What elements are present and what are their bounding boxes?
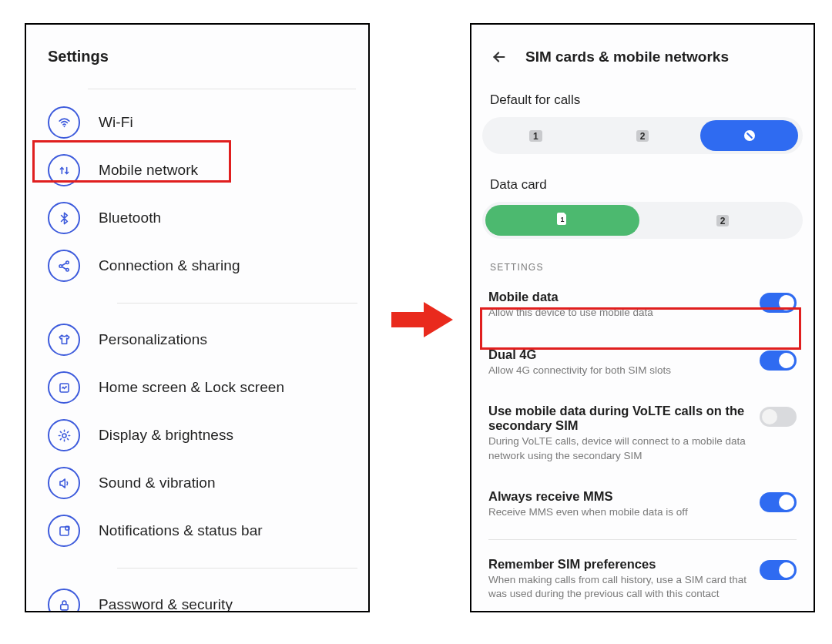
arrow-right-icon [391,302,453,337]
settings-item-wifi[interactable]: Wi-Fi [48,99,368,146]
sim-title: SIM cards & mobile networks [525,49,729,65]
divider [48,290,368,316]
default-for-calls-segment: 1 2 [482,117,803,154]
settings-item-sound[interactable]: Sound & vibration [48,459,368,507]
sim-networks-panel: SIM cards & mobile networks Default for … [470,23,815,612]
slot-number: 2 [636,130,649,142]
opt-title: Remember SIM preferences [488,557,750,572]
tshirt-icon [48,324,80,356]
opt-sub: During VoLTE calls, device will connect … [488,434,750,462]
calls-slot-none[interactable] [696,117,803,154]
toggle-always-mms[interactable] [760,492,797,512]
slot-number: 1 [529,130,542,142]
svg-point-2 [65,261,68,263]
settings-item-label: Personalizations [99,331,207,348]
data-slot-2[interactable]: 2 [642,202,803,239]
home-screen-icon [48,371,80,404]
mobile-data-icon [48,154,80,186]
calls-slot-1[interactable]: 1 [482,117,589,154]
opt-sub: When making calls from call history, use… [488,573,750,601]
back-button[interactable] [488,46,510,68]
svg-marker-9 [391,302,453,337]
svg-point-3 [65,268,68,270]
opt-sub: Receive MMS even when mobile data is off [488,505,750,519]
settings-options: Mobile data Allow this device to use mob… [471,280,814,611]
svg-rect-8 [60,604,68,609]
opt-title: Dual 4G [488,347,750,362]
opt-sub: Allow 4G connectivity for both SIM slots [488,364,750,377]
opt-title: Mobile data [488,290,750,304]
svg-rect-6 [59,526,68,535]
bluetooth-icon [48,202,80,234]
divider [488,539,797,540]
sim-header: SIM cards & mobile networks [471,34,814,89]
settings-item-password-security[interactable]: Password & security [48,581,368,612]
toggle-mobile-data[interactable] [760,293,797,313]
settings-list: Wi-Fi Mobile network Bluetooth Connectio… [26,99,368,612]
opt-remember-sim[interactable]: Remember SIM preferences When making cal… [484,548,801,610]
settings-item-bluetooth[interactable]: Bluetooth [48,194,368,242]
settings-caption: SETTINGS [471,239,814,280]
settings-panel: Settings Wi-Fi Mobile network Bluetooth [25,23,370,612]
opt-always-mms[interactable]: Always receive MMS Receive MMS even when… [484,480,801,528]
calls-slot-2[interactable]: 2 [589,117,696,154]
sim-icon: 1 [556,212,569,229]
settings-item-label: Wi-Fi [99,114,133,131]
opt-mobile-data[interactable]: Mobile data Allow this device to use mob… [484,280,801,329]
lock-icon [48,589,80,612]
default-for-calls-label: Default for calls [471,89,814,117]
settings-item-label: Sound & vibration [99,475,216,491]
opt-title: Use mobile data during VoLTE calls on th… [488,404,750,433]
settings-item-label: Notifications & status bar [99,522,263,539]
svg-rect-7 [65,526,69,530]
opt-sub: Allow this device to use mobile data [488,306,750,320]
settings-item-label: Password & security [99,596,233,612]
data-card-label: Data card [471,174,814,202]
opt-title: Always receive MMS [488,489,750,504]
settings-item-display[interactable]: Display & brightness [48,411,368,459]
settings-item-notifications[interactable]: Notifications & status bar [48,507,368,555]
opt-dual-4g[interactable]: Dual 4G Allow 4G connectivity for both S… [484,338,801,387]
settings-item-label: Bluetooth [99,210,161,226]
svg-point-5 [62,433,65,437]
settings-item-label: Connection & sharing [99,257,240,274]
share-icon [48,250,80,282]
brightness-icon [48,419,80,451]
toggle-remember-sim[interactable] [760,560,797,580]
statusbar-icon [48,515,80,547]
opt-volte-secondary[interactable]: Use mobile data during VoLTE calls on th… [484,394,801,471]
divider [88,89,356,89]
data-slot-1[interactable]: 1 [482,202,642,239]
wifi-icon [48,106,80,139]
no-default-icon [744,130,755,141]
settings-item-home-lock[interactable]: Home screen & Lock screen [48,364,368,411]
settings-item-label: Home screen & Lock screen [99,379,284,396]
divider [48,555,368,581]
toggle-dual-4g[interactable] [760,351,797,371]
settings-item-mobile-network[interactable]: Mobile network [48,146,368,194]
sound-icon [48,467,80,499]
data-card-segment: 1 2 [482,202,803,239]
settings-header: Settings [26,34,368,89]
settings-item-connection-sharing[interactable]: Connection & sharing [48,242,368,290]
settings-item-label: Display & brightness [99,427,233,444]
svg-point-1 [59,264,62,267]
settings-item-personalizations[interactable]: Personalizations [48,316,368,364]
svg-text:1: 1 [560,216,564,223]
svg-point-0 [63,126,65,127]
toggle-volte-secondary[interactable] [760,407,797,427]
slot-number: 2 [716,215,730,226]
settings-item-label: Mobile network [99,162,198,179]
